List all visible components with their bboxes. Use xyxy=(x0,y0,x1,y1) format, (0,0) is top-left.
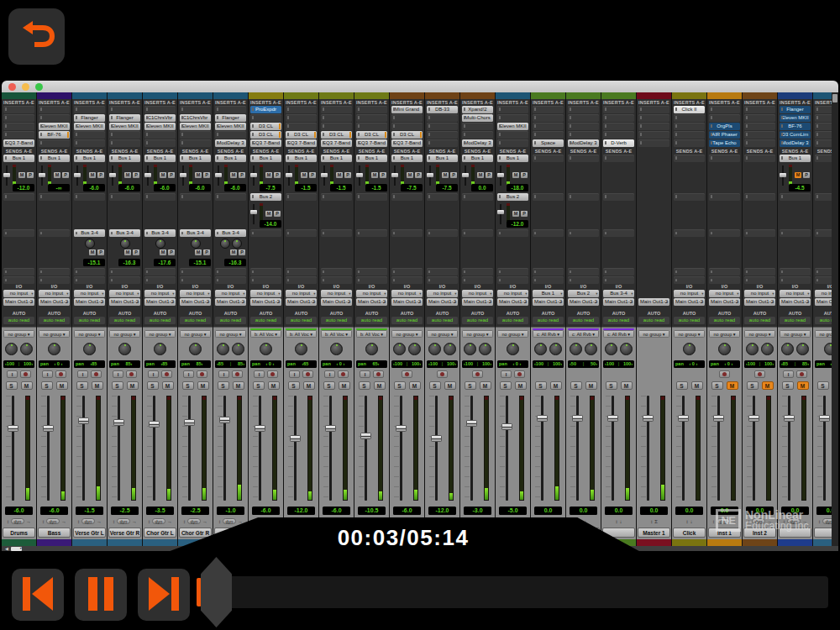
pan-knob[interactable] xyxy=(683,343,696,355)
fader-view-toggle[interactable]: ↕ xyxy=(113,519,115,524)
send-assignment-slot[interactable]: Bus 1 xyxy=(497,155,528,162)
auto-mode-selector[interactable]: auto read xyxy=(427,317,458,324)
group-selector[interactable]: no group ▾ xyxy=(780,330,811,338)
pan-knob[interactable] xyxy=(295,343,307,355)
send-assignment-slot[interactable]: Bus 3-4 xyxy=(109,229,140,237)
dyn-button[interactable]: dyn xyxy=(11,518,24,524)
track-name[interactable]: Chor Gtr R xyxy=(179,528,212,538)
auto-mode-selector[interactable]: auto read xyxy=(674,317,705,324)
fader-cap[interactable] xyxy=(184,419,195,426)
send-mute-button[interactable]: M xyxy=(265,211,272,217)
dyn-button[interactable]: dyn xyxy=(152,518,165,524)
send-slot[interactable] xyxy=(356,268,387,276)
insert-slot[interactable]: ModDelay 3 xyxy=(462,139,493,147)
insert-slot[interactable]: ProExpdr xyxy=(250,106,281,113)
send-pre-button[interactable]: P xyxy=(239,249,245,255)
send-slot[interactable] xyxy=(250,276,281,284)
mute-button[interactable]: M xyxy=(339,381,350,390)
fader-view-toggle[interactable]: ↕ xyxy=(42,519,45,524)
send-assignment-slot[interactable]: Bus 1 xyxy=(109,155,140,162)
auto-mode-selector[interactable]: auto read xyxy=(744,317,775,324)
send-slot[interactable] xyxy=(462,276,493,284)
insert-slot[interactable] xyxy=(74,139,105,147)
mute-button[interactable]: M xyxy=(515,381,527,390)
insert-slot[interactable]: Flanger xyxy=(780,106,811,113)
pan-knob[interactable] xyxy=(260,343,272,355)
group-selector[interactable]: no group ▾ xyxy=(180,330,211,338)
seek-thumb[interactable] xyxy=(201,557,232,627)
input-selector[interactable]: no input▾ xyxy=(180,290,211,297)
insert-slot[interactable]: Eleven MKII xyxy=(780,114,811,122)
record-enable-button[interactable] xyxy=(20,370,31,378)
fader-cap[interactable] xyxy=(290,435,301,442)
pan-knob[interactable] xyxy=(507,343,519,355)
insert-slot[interactable] xyxy=(39,114,70,122)
output-selector[interactable]: Main Out1-2▾ xyxy=(674,298,705,306)
fader-cap[interactable] xyxy=(713,415,724,422)
auto-mode-selector[interactable]: auto read xyxy=(74,317,105,324)
insert-slot[interactable]: D3 ComLim xyxy=(780,131,811,139)
close-window-button[interactable] xyxy=(8,83,16,91)
insert-slot[interactable] xyxy=(427,114,458,122)
zoom-window-button[interactable] xyxy=(35,83,43,91)
pan-knob-left[interactable] xyxy=(746,343,759,355)
send-slot[interactable] xyxy=(603,193,634,201)
insert-slot[interactable] xyxy=(109,139,140,147)
send-fader-cap[interactable] xyxy=(356,173,363,177)
insert-slot[interactable] xyxy=(638,139,669,147)
auto-mode-selector[interactable]: auto read xyxy=(568,317,599,324)
send-slot[interactable] xyxy=(674,193,705,201)
send-slot[interactable] xyxy=(74,276,105,284)
pan-knob-right[interactable] xyxy=(585,343,597,355)
insert-slot[interactable] xyxy=(815,114,832,122)
send-fader-cap[interactable] xyxy=(780,173,786,177)
auto-mode-selector[interactable]: auto read xyxy=(180,317,211,324)
insert-slot[interactable] xyxy=(815,131,832,139)
output-selector[interactable]: Main Out1-2▾ xyxy=(744,298,775,306)
record-enable-button[interactable] xyxy=(302,370,313,378)
insert-slot[interactable] xyxy=(744,106,775,113)
send-pan-knob[interactable] xyxy=(155,239,165,249)
send-slot[interactable] xyxy=(568,229,599,237)
insert-slot[interactable] xyxy=(568,131,599,139)
auto-mode-selector[interactable]: auto read xyxy=(286,317,317,324)
send-assignment-slot[interactable]: Bus 3-4 xyxy=(144,229,176,237)
insert-slot[interactable]: Eleven MKII xyxy=(497,123,528,130)
record-enable-button[interactable] xyxy=(719,370,730,378)
send-slot[interactable] xyxy=(144,276,176,284)
send-slot[interactable] xyxy=(815,193,832,201)
send-slot[interactable] xyxy=(391,268,423,276)
output-selector[interactable]: Main Out1-2▾ xyxy=(109,298,140,306)
pan-knob[interactable] xyxy=(365,343,378,355)
insert-slot[interactable]: EQ3 7-Band xyxy=(321,139,352,147)
send-fader-cap[interactable] xyxy=(39,173,45,177)
insert-slot[interactable] xyxy=(321,114,352,122)
solo-button[interactable]: S xyxy=(747,381,759,390)
send-mute-button[interactable]: M xyxy=(18,172,25,178)
input-selector[interactable]: no input▾ xyxy=(674,290,705,297)
record-enable-button[interactable] xyxy=(402,370,412,378)
pan-knob-left[interactable] xyxy=(217,343,229,355)
send-assignment-slot[interactable]: Bus 1 xyxy=(250,155,281,162)
solo-button[interactable]: S xyxy=(359,381,370,390)
record-enable-button[interactable] xyxy=(232,370,243,378)
pan-knob[interactable] xyxy=(48,343,60,355)
input-monitor-button[interactable]: I xyxy=(183,370,194,378)
output-selector[interactable]: Main Out1-2▾ xyxy=(74,298,105,306)
fader-view-toggle[interactable]: ↕ xyxy=(686,519,689,524)
send-slot[interactable] xyxy=(3,276,34,284)
send-slot[interactable] xyxy=(497,268,528,276)
send-slot[interactable] xyxy=(74,268,105,276)
send-mute-button[interactable]: M xyxy=(512,211,519,217)
send-mute-button[interactable]: M xyxy=(371,172,378,178)
fader-cap[interactable] xyxy=(643,415,654,422)
pan-knob-right[interactable] xyxy=(549,343,562,355)
insert-slot[interactable] xyxy=(674,139,705,147)
send-slot[interactable] xyxy=(286,193,317,201)
insert-slot[interactable] xyxy=(356,114,387,122)
send-assignment-slot[interactable]: Bus 1 xyxy=(780,155,811,162)
dyn-button[interactable]: dyn xyxy=(223,518,236,524)
send-assignment-slot[interactable]: Bus 1 xyxy=(427,155,458,162)
send-mute-button[interactable]: M xyxy=(336,172,343,178)
mixer-bottom-left-icon[interactable]: ◀ xyxy=(5,547,8,551)
